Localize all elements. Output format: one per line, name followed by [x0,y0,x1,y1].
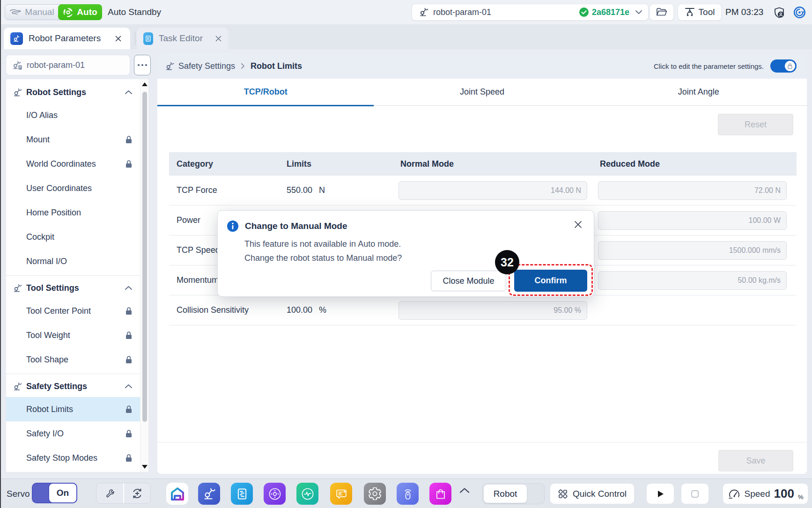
speedometer-icon [728,488,741,500]
chevron-up-icon[interactable] [125,286,133,290]
table-row-collision-sensitivity: Collision Sensitivity 100.00% [169,295,797,325]
dock-task-icon[interactable] [231,483,253,505]
active-parameter-bar[interactable]: robot-param-01 2a68171e [412,4,649,21]
tab-close-icon[interactable] [115,35,122,42]
sidebar-item-label: Safety Stop Modes [26,453,125,463]
lock-icon [125,355,133,364]
dialog-message-line2: Change the robot status to Manual mode? [244,251,402,265]
sidebar-item-tool-center-point[interactable]: Tool Center Point [6,299,140,323]
sidebar-item-mount[interactable]: Mount [6,127,140,152]
parameter-file-select[interactable]: robot-param-01 [6,55,130,75]
confirm-button[interactable]: Confirm [514,270,587,292]
stop-button[interactable] [681,483,709,504]
dock-settings-icon[interactable] [364,483,386,505]
dock-message-icon[interactable] [330,483,352,505]
toggle-lock-icon [785,61,795,71]
lock-icon [125,331,133,339]
reduced-mode-input[interactable] [598,211,787,230]
dock-store-icon[interactable] [429,483,451,505]
sidebar-item-label: User Coordinates [26,184,133,193]
cheetah-icon [9,8,22,16]
tool-button[interactable]: Tool [678,4,722,21]
dock-robot-icon[interactable] [198,483,220,505]
tab-close-icon[interactable] [215,35,222,42]
parameter-lock-toggle[interactable] [770,59,797,73]
sidebar-item-label: Home Position [26,208,133,218]
wrench-button[interactable] [96,483,123,503]
save-button[interactable]: Save [718,450,793,471]
speed-indicator[interactable]: Speed 100 % [723,483,808,504]
dock-home-icon[interactable] [166,483,188,505]
tab-joint-angle[interactable]: Joint Angle [591,79,807,105]
sidebar-group-label: Safety Settings [26,382,121,391]
chevron-up-icon[interactable] [125,384,133,389]
sidebar-item-label: World Coordinates [26,159,125,169]
dialog-close-icon[interactable] [574,220,583,229]
commit-hash-group[interactable]: 2a68171e [579,7,642,17]
auto-mode-button[interactable]: Auto [58,4,102,20]
open-file-button[interactable] [650,4,674,21]
scrollbar-thumb[interactable] [142,92,147,422]
servo-toggle[interactable]: On [32,483,77,503]
breadcrumb-page: Robot Limits [251,61,302,71]
speed-value: 100 [774,486,794,501]
more-options-button[interactable] [134,55,151,75]
dock-remote-icon[interactable] [397,483,419,505]
close-module-button[interactable]: Close Module [431,271,506,291]
lock-icon [125,429,133,438]
play-button[interactable] [646,483,674,504]
tab-robot-parameters[interactable]: Robot Parameters [4,28,130,49]
settings-tree: Robot Settings I/O Alias Mount World Coo… [6,79,149,472]
robot-icon [13,382,22,391]
scroll-down-icon[interactable] [142,465,148,469]
sidebar-item-world-coordinates[interactable]: World Coordinates [6,152,140,176]
dock-jog-icon[interactable] [264,483,286,505]
manual-mode-button[interactable]: Manual [5,5,59,20]
robot-icon [419,7,429,17]
sidebar-item-tool-shape[interactable]: Tool Shape [6,347,140,372]
commit-hash-text: 2a68171e [592,7,629,17]
dock-monitor-icon[interactable] [296,483,318,505]
sidebar-item-home-position[interactable]: Home Position [6,200,140,225]
sidebar-item-safety-io[interactable]: Safety I/O [6,421,140,446]
sidebar-item-user-coordinates[interactable]: User Coordinates [6,176,140,200]
sidebar-item-cockpit[interactable]: Cockpit [6,225,140,249]
row-category: Collision Sensitivity [169,305,279,315]
sidebar-item-normal-io[interactable]: Normal I/O [6,249,140,273]
sidebar-group-tool-settings[interactable]: Tool Settings [6,277,140,299]
reduced-mode-input[interactable] [598,271,787,290]
normal-mode-input[interactable] [399,301,587,320]
sidebar-item-robot-limits[interactable]: Robot Limits [6,397,140,421]
normal-mode-input[interactable] [399,181,587,200]
breadcrumb-section[interactable]: Safety Settings [178,61,235,71]
shield-user-icon[interactable] [773,7,785,19]
scroll-up-icon[interactable] [142,82,148,86]
window-tab-strip: Robot Parameters Task Editor [0,24,812,49]
sync-add-button[interactable] [124,483,151,503]
quick-control-button[interactable]: Quick Control [550,483,635,504]
sidebar-group-robot-settings[interactable]: Robot Settings [6,81,140,103]
tab-task-editor[interactable]: Task Editor [137,28,229,49]
edit-hint-text: Click to edit the parameter settings. [654,62,764,70]
sidebar-item-safety-stop-modes[interactable]: Safety Stop Modes [6,446,140,470]
table-header-row: Category Limits Normal Mode Reduced Mode [169,152,797,176]
screen-left-edge [0,0,1,508]
reduced-mode-input[interactable] [598,181,787,200]
target-reset-icon[interactable] [793,6,806,19]
sidebar-item-tool-weight[interactable]: Tool Weight [6,323,140,347]
sidebar-item-io-alias[interactable]: I/O Alias [6,103,140,127]
robot-mode-switch[interactable]: Robot [482,483,545,504]
tab-tcp-robot[interactable]: TCP/Robot [157,79,374,105]
lock-icon [125,405,133,413]
reduced-mode-input[interactable] [598,241,787,260]
column-header-reduced-mode: Reduced Mode [598,159,797,169]
chevron-up-icon[interactable] [125,90,133,95]
sidebar-scrollbar[interactable] [140,79,148,472]
reset-button[interactable]: Reset [718,114,793,135]
caret-up-icon[interactable] [459,487,470,493]
sidebar-group-safety-settings[interactable]: Safety Settings [6,375,140,397]
parameter-file-name: robot-param-01 [27,60,85,70]
tab-joint-speed[interactable]: Joint Speed [374,79,590,105]
lock-icon [125,135,133,144]
robot-file-icon [12,59,23,71]
